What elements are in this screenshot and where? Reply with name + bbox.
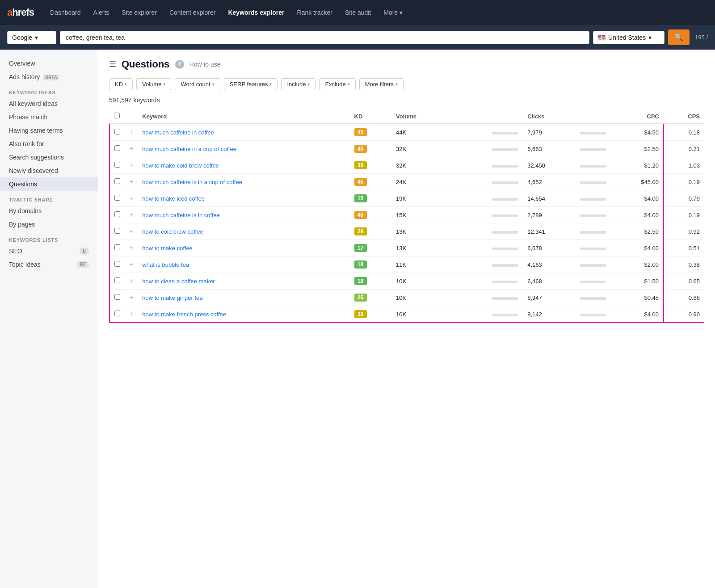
keyword-link[interactable]: how much caffeine is in a cup of coffee	[142, 179, 242, 185]
how-to-use-link[interactable]: How to use	[189, 61, 221, 68]
cps-cell: 0.38	[664, 256, 704, 273]
row-checkbox[interactable]	[114, 178, 120, 184]
col-add	[125, 109, 138, 124]
engine-select[interactable]: Google ▾	[7, 31, 56, 44]
sidebar-item-by-domains[interactable]: By domains	[0, 204, 98, 218]
cps-cell: 0.92	[664, 223, 704, 240]
row-checkbox-cell	[109, 223, 125, 240]
keyword-link[interactable]: how to clean a coffee maker	[142, 278, 214, 285]
country-select[interactable]: 🇺🇸 United States ▾	[593, 31, 665, 44]
engine-chevron-icon: ▾	[35, 34, 38, 41]
row-add-button[interactable]: +	[125, 124, 138, 141]
row-add-button[interactable]: +	[125, 240, 138, 256]
table-row: + what is bubble tea 18 11K 4,163 $2.00 …	[109, 256, 704, 273]
cpc-cell: $4.00	[611, 240, 664, 256]
sidebar-item-ads-history[interactable]: Ads history BETA	[0, 70, 98, 84]
filter-more[interactable]: More filters ▾	[359, 78, 404, 90]
nav-content-explorer[interactable]: Content explorer	[164, 6, 221, 19]
volume-cell: 19K	[396, 195, 483, 202]
clicks-value: 4,163	[527, 261, 542, 268]
volume-bar-bg	[492, 214, 518, 217]
col-kd[interactable]: KD	[350, 109, 391, 124]
table-row: + how much caffeine in a cup of coffee 4…	[109, 141, 704, 157]
filter-exclude[interactable]: Exclude ▾	[319, 78, 355, 90]
cps-cell: 0.21	[664, 141, 704, 157]
row-add-button[interactable]: +	[125, 306, 138, 323]
row-checkbox[interactable]	[114, 228, 120, 234]
keyword-link[interactable]: how much caffeine in a cup of coffee	[142, 146, 236, 152]
sidebar-item-by-pages[interactable]: By pages	[0, 218, 98, 231]
row-checkbox[interactable]	[114, 277, 120, 283]
filter-word-count[interactable]: Word count ▾	[175, 78, 220, 90]
sidebar-item-questions[interactable]: Questions	[0, 177, 98, 191]
clicks-value: 14,654	[527, 195, 545, 202]
clicks-bar-bg	[580, 181, 606, 184]
keyword-link[interactable]: how to cold brew coffee	[142, 228, 203, 235]
keyword-link[interactable]: how much caffeine is in coffee	[142, 212, 220, 218]
sidebar-item-search-suggestions[interactable]: Search suggestions	[0, 151, 98, 164]
row-add-button[interactable]: +	[125, 256, 138, 273]
keyword-link[interactable]: how to make coffee	[142, 245, 193, 252]
help-badge[interactable]: ?	[175, 60, 184, 69]
row-add-button[interactable]: +	[125, 223, 138, 240]
row-checkbox[interactable]	[114, 129, 120, 134]
clicks-bar-bg	[580, 198, 606, 201]
clicks-bar-bg	[580, 165, 606, 168]
volume-value: 19K	[396, 195, 406, 202]
cpc-cell: $4.00	[611, 190, 664, 207]
row-checkbox[interactable]	[114, 311, 120, 316]
keyword-link[interactable]: what is bubble tea	[142, 261, 189, 268]
row-checkbox[interactable]	[114, 294, 120, 300]
keyword-link[interactable]: how to make iced coffee	[142, 195, 205, 202]
filter-serp-features[interactable]: SERP features ▾	[224, 78, 278, 90]
row-checkbox[interactable]	[114, 145, 120, 151]
nav-dashboard[interactable]: Dashboard	[45, 6, 86, 19]
col-volume[interactable]: Volume	[391, 109, 487, 124]
traffic-share-section-title: TRAFFIC SHARE	[0, 191, 98, 204]
sidebar-item-having-same-terms[interactable]: Having same terms	[0, 124, 98, 137]
filter-include[interactable]: Include ▾	[281, 78, 315, 90]
sidebar-item-also-rank-for[interactable]: Also rank for	[0, 137, 98, 151]
keyword-link[interactable]: how to make ginger tea	[142, 294, 202, 301]
nav-more[interactable]: More ▾	[378, 6, 408, 19]
row-checkbox[interactable]	[114, 261, 120, 267]
volume-bar-bg	[492, 181, 518, 184]
select-all-checkbox[interactable]	[114, 113, 120, 118]
seo-count-badge: 8	[80, 248, 89, 255]
hamburger-icon[interactable]: ☰	[109, 59, 116, 69]
nav-keywords-explorer[interactable]: Keywords explorer	[223, 6, 290, 19]
sidebar-item-all-keyword-ideas[interactable]: All keyword ideas	[0, 97, 98, 110]
row-checkbox[interactable]	[114, 244, 120, 250]
row-add-button[interactable]: +	[125, 273, 138, 290]
keyword-link[interactable]: how to make french press coffee	[142, 311, 226, 318]
country-label: United States	[608, 34, 646, 41]
row-checkbox[interactable]	[114, 211, 120, 217]
row-add-button[interactable]: +	[125, 141, 138, 157]
sidebar-item-overview[interactable]: Overview	[0, 57, 98, 70]
row-add-button[interactable]: +	[125, 290, 138, 306]
search-input[interactable]: coffee, green tea, tea	[60, 31, 589, 44]
sidebar-item-topic-ideas[interactable]: Topic Ideas 82	[0, 258, 98, 271]
filter-kd[interactable]: KD ▾	[109, 78, 133, 90]
row-add-button[interactable]: +	[125, 157, 138, 174]
keyword-link[interactable]: how much caffeine in coffee	[142, 129, 214, 136]
cps-cell: 0.51	[664, 240, 704, 256]
filter-volume[interactable]: Volume ▾	[136, 78, 171, 90]
row-checkbox[interactable]	[114, 195, 120, 201]
nav-site-explorer[interactable]: Site explorer	[116, 6, 162, 19]
keyword-link[interactable]: how to make cold brew coffee	[142, 162, 219, 169]
volume-bar-bg	[492, 165, 518, 168]
row-checkbox[interactable]	[114, 162, 120, 168]
sidebar-item-seo-list[interactable]: SEO 8	[0, 244, 98, 258]
row-add-button[interactable]: +	[125, 174, 138, 190]
row-add-button[interactable]: +	[125, 190, 138, 207]
cps-cell: 0.90	[664, 306, 704, 323]
search-button[interactable]: 🔍	[668, 29, 690, 45]
row-add-button[interactable]: +	[125, 207, 138, 223]
nav-rank-tracker[interactable]: Rank tracker	[292, 6, 338, 19]
sidebar-item-phrase-match[interactable]: Phrase match	[0, 110, 98, 124]
sidebar-item-newly-discovered[interactable]: Newly discovered	[0, 164, 98, 177]
cps-cell: 0.18	[664, 124, 704, 141]
nav-site-audit[interactable]: Site audit	[340, 6, 376, 19]
nav-alerts[interactable]: Alerts	[88, 6, 115, 19]
